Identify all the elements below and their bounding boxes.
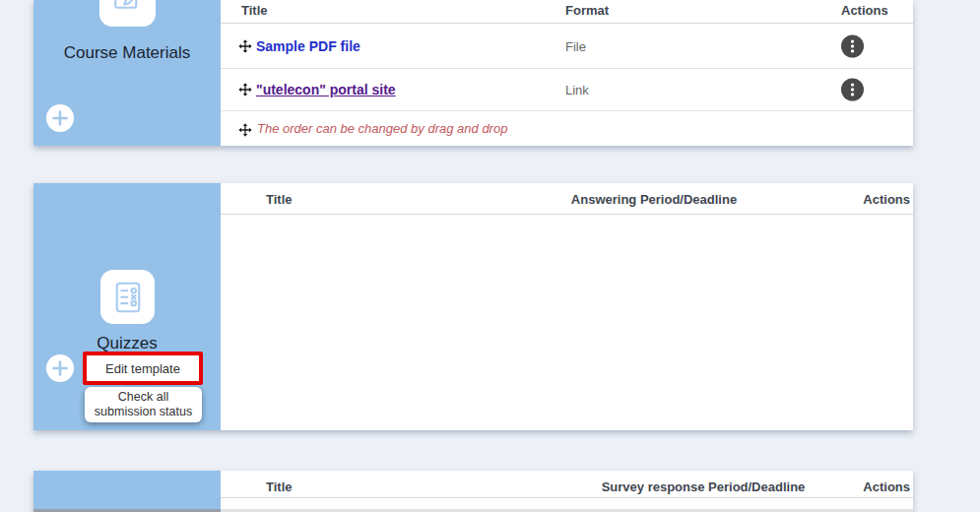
kebab-icon [841,34,864,57]
materials-table: Title Format Actions Sample PDF file Fil… [221,0,913,146]
surveys-table: Title Survey response Period/Deadline Ac… [221,471,913,512]
course-materials-section: Course Materials Title Format Actions Sa… [33,0,913,146]
format-cell: File [565,38,586,53]
column-header-title: Title [266,480,293,494]
section-title: Quizzes [33,334,221,353]
table-row: "utelecon" portal site Link [221,69,913,111]
surveys-table-header: Title Survey response Period/Deadline Ac… [221,471,913,498]
add-material-button[interactable] [46,104,74,132]
material-link-portal[interactable]: "utelecon" portal site [256,82,396,97]
plus-icon [52,360,68,376]
column-header-title: Title [266,192,293,207]
check-all-submission-button[interactable]: Check all submission status [85,387,202,422]
table-row: Sample PDF file File [221,24,913,69]
materials-table-header: Title Format Actions [221,0,913,24]
quizzes-section: Quizzes Edit template Check all submissi… [33,183,913,430]
quizzes-table: Title Answering Period/Deadline Actions [221,183,913,430]
column-header-actions: Actions [863,192,910,207]
course-materials-sidebar: Course Materials [33,0,221,146]
column-header-format: Format [565,3,609,18]
course-materials-icon [99,0,156,27]
surveys-sidebar [33,471,221,512]
actions-menu-button[interactable] [841,34,864,57]
quizzes-table-header: Title Answering Period/Deadline Actions [221,183,913,215]
move-icon [238,83,252,96]
column-header-title: Title [241,3,268,18]
actions-menu-button[interactable] [841,79,864,101]
column-header-actions: Actions [841,3,888,18]
checklist-icon [110,280,146,315]
section-title: Course Materials [33,43,221,63]
move-icon [238,39,252,53]
format-cell: Link [565,83,589,97]
drag-handle[interactable] [238,123,252,137]
surveys-section: Title Survey response Period/Deadline Ac… [33,471,913,512]
table-row: The order can be changed by drag and dro… [221,111,913,148]
column-header-actions: Actions [863,480,910,494]
add-quiz-button[interactable] [46,354,74,382]
kebab-icon [841,79,864,101]
material-link-pdf[interactable]: Sample PDF file [256,38,360,54]
edit-template-button[interactable]: Edit template [83,352,203,385]
course-page: Course Materials Title Format Actions Sa… [0,0,980,512]
drag-handle[interactable] [238,39,252,53]
plus-icon [52,110,68,126]
column-header-period: Answering Period/Deadline [477,192,831,207]
quizzes-icon [100,270,155,324]
quizzes-sidebar: Quizzes Edit template Check all submissi… [33,183,221,430]
pencil-square-icon [110,0,146,16]
drag-handle[interactable] [238,83,252,96]
column-header-period: Survey response Period/Deadline [516,480,890,494]
move-icon [238,123,252,137]
reorder-note: The order can be changed by drag and dro… [257,121,507,136]
